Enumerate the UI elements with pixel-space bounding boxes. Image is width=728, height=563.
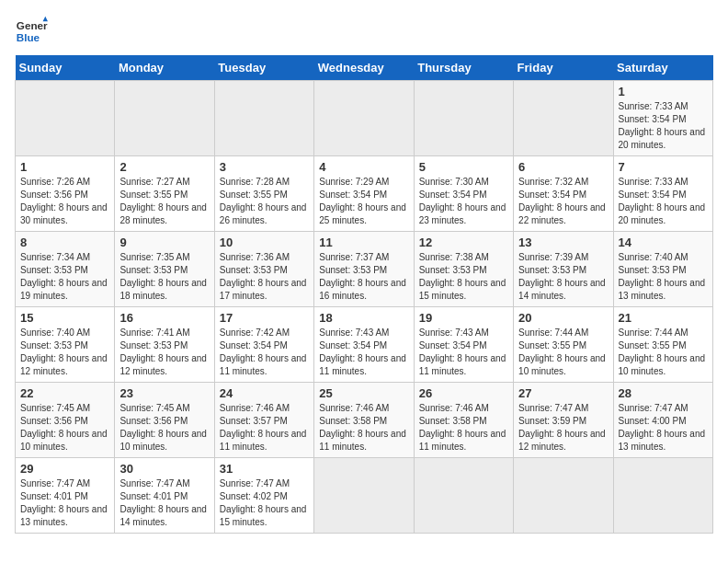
day-info: Sunrise: 7:44 AMSunset: 3:55 PMDaylight:…: [619, 327, 708, 378]
calendar-day-cell: [514, 458, 613, 534]
calendar-day-cell: 30 Sunrise: 7:47 AMSunset: 4:01 PMDaylig…: [115, 458, 214, 534]
calendar-day-cell: 1Sunrise: 7:33 AMSunset: 3:54 PMDaylight…: [613, 81, 712, 156]
page-header: General Blue: [15, 15, 713, 48]
calendar-day-cell: 31 Sunrise: 7:47 AMSunset: 4:02 PMDaylig…: [214, 458, 313, 534]
weekday-sunday: Sunday: [16, 55, 115, 81]
logo-icon: General Blue: [15, 15, 48, 48]
calendar-week-row: 1 Sunrise: 7:26 AMSunset: 3:56 PMDayligh…: [16, 156, 713, 232]
day-number: 2: [119, 160, 209, 174]
calendar-day-cell: [613, 458, 712, 534]
day-number: 9: [119, 236, 209, 249]
calendar-day-cell: [16, 81, 115, 156]
calendar-week-row: 15 Sunrise: 7:40 AMSunset: 3:53 PMDaylig…: [16, 307, 713, 383]
weekday-header-row: SundayMondayTuesdayWednesdayThursdayFrid…: [16, 55, 713, 81]
day-info: Sunrise: 7:43 AMSunset: 3:54 PMDaylight:…: [319, 327, 408, 378]
day-info: Sunrise: 7:44 AMSunset: 3:55 PMDaylight:…: [518, 327, 608, 378]
day-number: 23: [119, 386, 209, 400]
weekday-friday: Friday: [514, 55, 613, 81]
day-number: 14: [619, 236, 708, 249]
day-info: Sunrise: 7:40 AMSunset: 3:53 PMDaylight:…: [20, 327, 109, 378]
day-info: Sunrise: 7:33 AMSunset: 3:54 PMDaylight:…: [619, 100, 708, 152]
day-number: 27: [518, 386, 608, 400]
day-number: 19: [419, 311, 508, 325]
calendar-day-cell: 14 Sunrise: 7:40 AMSunset: 3:53 PMDaylig…: [613, 232, 712, 307]
day-info: Sunrise: 7:26 AMSunset: 3:56 PMDaylight:…: [20, 176, 109, 227]
calendar-day-cell: 11 Sunrise: 7:37 AMSunset: 3:53 PMDaylig…: [314, 232, 414, 307]
calendar-day-cell: 18 Sunrise: 7:43 AMSunset: 3:54 PMDaylig…: [314, 307, 414, 383]
calendar-day-cell: 4 Sunrise: 7:29 AMSunset: 3:54 PMDayligh…: [314, 156, 414, 232]
day-info: Sunrise: 7:40 AMSunset: 3:53 PMDaylight:…: [619, 251, 708, 303]
day-number: 26: [419, 386, 508, 400]
day-number: 22: [20, 386, 109, 400]
svg-text:Blue: Blue: [17, 31, 40, 43]
calendar-day-cell: 28 Sunrise: 7:47 AMSunset: 4:00 PMDaylig…: [613, 383, 712, 458]
day-number: 20: [518, 311, 608, 325]
calendar-day-cell: 24 Sunrise: 7:46 AMSunset: 3:57 PMDaylig…: [214, 383, 313, 458]
day-number: 1: [20, 160, 109, 174]
day-number: 25: [319, 386, 408, 400]
day-number: 29: [20, 462, 109, 476]
calendar-day-cell: 2 Sunrise: 7:27 AMSunset: 3:55 PMDayligh…: [115, 156, 214, 232]
calendar-day-cell: [314, 81, 414, 156]
day-info: Sunrise: 7:35 AMSunset: 3:53 PMDaylight:…: [119, 251, 209, 303]
day-number: 24: [220, 386, 309, 400]
calendar-day-cell: 5 Sunrise: 7:30 AMSunset: 3:54 PMDayligh…: [414, 156, 513, 232]
calendar-day-cell: 12 Sunrise: 7:38 AMSunset: 3:53 PMDaylig…: [414, 232, 513, 307]
calendar-day-cell: 8 Sunrise: 7:34 AMSunset: 3:53 PMDayligh…: [16, 232, 115, 307]
calendar-week-row: 22 Sunrise: 7:45 AMSunset: 3:56 PMDaylig…: [16, 383, 713, 458]
day-number: 15: [20, 311, 109, 325]
day-info: Sunrise: 7:30 AMSunset: 3:54 PMDaylight:…: [419, 176, 508, 227]
calendar-day-cell: 1 Sunrise: 7:26 AMSunset: 3:56 PMDayligh…: [16, 156, 115, 232]
weekday-wednesday: Wednesday: [314, 55, 414, 81]
day-info: Sunrise: 7:28 AMSunset: 3:55 PMDaylight:…: [220, 176, 309, 227]
calendar-day-cell: [214, 81, 313, 156]
calendar-table: SundayMondayTuesdayWednesdayThursdayFrid…: [15, 55, 713, 534]
day-info: Sunrise: 7:47 AMSunset: 4:02 PMDaylight:…: [220, 477, 309, 529]
calendar-day-cell: 23 Sunrise: 7:45 AMSunset: 3:56 PMDaylig…: [115, 383, 214, 458]
day-info: Sunrise: 7:43 AMSunset: 3:54 PMDaylight:…: [419, 327, 508, 378]
calendar-day-cell: 19 Sunrise: 7:43 AMSunset: 3:54 PMDaylig…: [414, 307, 513, 383]
calendar-day-cell: 29 Sunrise: 7:47 AMSunset: 4:01 PMDaylig…: [16, 458, 115, 534]
day-info: Sunrise: 7:41 AMSunset: 3:53 PMDaylight:…: [119, 327, 209, 378]
day-info: Sunrise: 7:47 AMSunset: 4:01 PMDaylight:…: [20, 477, 109, 529]
calendar-day-cell: 27 Sunrise: 7:47 AMSunset: 3:59 PMDaylig…: [514, 383, 613, 458]
weekday-saturday: Saturday: [613, 55, 712, 81]
day-number: 3: [220, 160, 309, 174]
weekday-tuesday: Tuesday: [214, 55, 313, 81]
calendar-day-cell: 26 Sunrise: 7:46 AMSunset: 3:58 PMDaylig…: [414, 383, 513, 458]
day-info: Sunrise: 7:46 AMSunset: 3:58 PMDaylight:…: [419, 402, 508, 454]
logo: General Blue: [15, 15, 48, 48]
day-info: Sunrise: 7:34 AMSunset: 3:53 PMDaylight:…: [20, 251, 109, 303]
day-number: 28: [619, 386, 708, 400]
day-number: 11: [319, 236, 408, 249]
day-number: 8: [20, 236, 109, 249]
day-number: 18: [319, 311, 408, 325]
calendar-day-cell: [414, 81, 513, 156]
day-info: Sunrise: 7:32 AMSunset: 3:54 PMDaylight:…: [518, 176, 608, 227]
calendar-week-row: 8 Sunrise: 7:34 AMSunset: 3:53 PMDayligh…: [16, 232, 713, 307]
day-info: Sunrise: 7:38 AMSunset: 3:53 PMDaylight:…: [419, 251, 508, 303]
day-info: Sunrise: 7:46 AMSunset: 3:58 PMDaylight:…: [319, 402, 408, 454]
calendar-day-cell: 10 Sunrise: 7:36 AMSunset: 3:53 PMDaylig…: [214, 232, 313, 307]
day-info: Sunrise: 7:36 AMSunset: 3:53 PMDaylight:…: [220, 251, 309, 303]
calendar-day-cell: 21 Sunrise: 7:44 AMSunset: 3:55 PMDaylig…: [613, 307, 712, 383]
day-number: 17: [220, 311, 309, 325]
day-number: 16: [119, 311, 209, 325]
day-info: Sunrise: 7:27 AMSunset: 3:55 PMDaylight:…: [119, 176, 209, 227]
calendar-day-cell: 13 Sunrise: 7:39 AMSunset: 3:53 PMDaylig…: [514, 232, 613, 307]
day-number: 21: [619, 311, 708, 325]
day-number: 12: [419, 236, 508, 249]
day-info: Sunrise: 7:37 AMSunset: 3:53 PMDaylight:…: [319, 251, 408, 303]
calendar-day-cell: 20 Sunrise: 7:44 AMSunset: 3:55 PMDaylig…: [514, 307, 613, 383]
day-number: 31: [220, 462, 309, 476]
calendar-day-cell: [414, 458, 513, 534]
day-number: 6: [518, 160, 608, 174]
day-number: 1: [619, 85, 708, 98]
day-info: Sunrise: 7:47 AMSunset: 4:01 PMDaylight:…: [119, 477, 209, 529]
day-info: Sunrise: 7:39 AMSunset: 3:53 PMDaylight:…: [518, 251, 608, 303]
day-info: Sunrise: 7:33 AMSunset: 3:54 PMDaylight:…: [619, 176, 708, 227]
day-info: Sunrise: 7:47 AMSunset: 3:59 PMDaylight:…: [518, 402, 608, 454]
calendar-day-cell: [514, 81, 613, 156]
day-info: Sunrise: 7:46 AMSunset: 3:57 PMDaylight:…: [220, 402, 309, 454]
day-info: Sunrise: 7:45 AMSunset: 3:56 PMDaylight:…: [20, 402, 109, 454]
